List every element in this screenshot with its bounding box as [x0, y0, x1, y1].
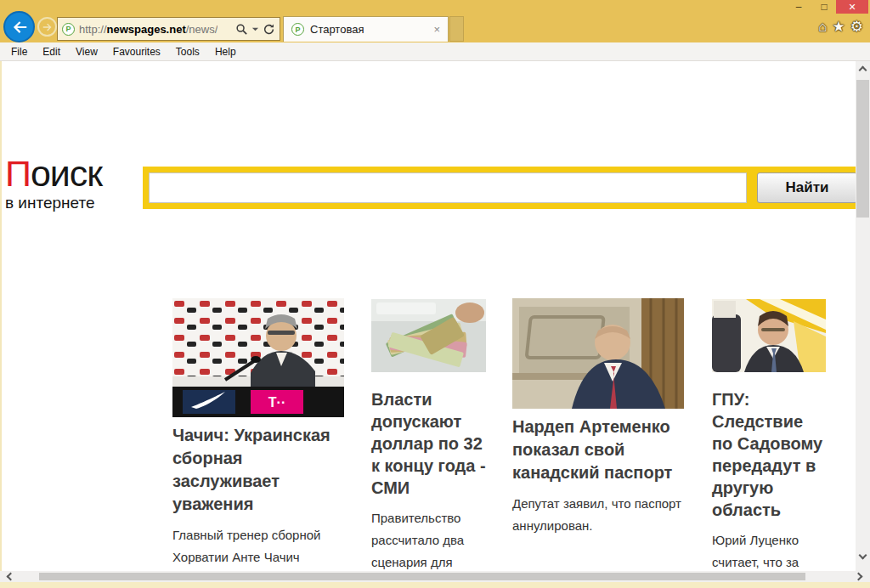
new-tab-button[interactable] — [449, 16, 464, 42]
maximize-button[interactable]: □ — [816, 0, 833, 14]
press-conference-photo[interactable]: T·· — [172, 298, 344, 417]
menu-bar: File Edit View Favourites Tools Help — [0, 42, 870, 61]
menu-favourites[interactable]: Favourites — [105, 46, 168, 58]
prosecutor-photo[interactable] — [712, 299, 826, 372]
browser-window: – □ ✕ P http://newspages.net/news/ P Ста… — [0, 0, 870, 588]
refresh-icon[interactable] — [263, 23, 275, 36]
article-summary: Юрий Луценко считает, что за гибель люде… — [712, 529, 826, 573]
arrow-left-icon — [10, 18, 29, 37]
arrow-right-icon — [42, 21, 54, 33]
forward-button-disabled[interactable] — [37, 17, 57, 37]
article-title[interactable]: ГПУ: Следствие по Садовому передадут в д… — [712, 388, 826, 521]
logo-subtitle: в интернете — [5, 195, 102, 211]
tab-favicon-icon: P — [291, 23, 304, 36]
window-bottom-border — [0, 582, 870, 588]
favorites-star-icon[interactable]: ★ — [833, 20, 845, 34]
article-title[interactable]: Власти допускают доллар по 32 к концу го… — [371, 388, 486, 499]
article-summary: Правительство рассчитало два сценария дл… — [371, 507, 486, 573]
scroll-up-icon[interactable] — [859, 66, 867, 75]
vertical-scrollbar[interactable] — [856, 61, 870, 571]
horizontal-scroll-thumb[interactable] — [39, 573, 805, 580]
tab-startpage[interactable]: P Стартовая × — [283, 16, 449, 42]
scroll-right-icon[interactable] — [855, 573, 863, 581]
vertical-scroll-thumb[interactable] — [856, 80, 869, 218]
site-favicon-icon: P — [62, 23, 75, 36]
menu-file[interactable]: File — [3, 46, 35, 58]
menu-help[interactable]: Help — [207, 46, 244, 58]
search-box: Найти — [143, 167, 863, 209]
menu-view[interactable]: View — [68, 46, 105, 58]
title-bar: – □ ✕ P http://newspages.net/news/ P Ста… — [0, 0, 870, 42]
url-text: http://newspages.net/news/ — [79, 23, 218, 36]
news-card: ГПУ: Следствие по Садовому передадут в д… — [712, 299, 826, 573]
horizontal-scrollbar[interactable] — [0, 571, 870, 582]
news-card: Власти допускают доллар по 32 к концу го… — [371, 299, 486, 573]
search-input[interactable] — [149, 172, 747, 203]
page-viewport: Поиск в интернете Найти — [2, 62, 870, 573]
site-logo: Поиск в интернете — [5, 155, 102, 211]
home-icon[interactable]: ⌂ — [818, 20, 827, 34]
close-window-button[interactable]: ✕ — [836, 0, 868, 14]
chevron-down-icon[interactable] — [251, 25, 259, 33]
banknotes-photo[interactable] — [371, 299, 486, 372]
address-bar[interactable]: P http://newspages.net/news/ — [57, 17, 280, 41]
tab-title: Стартовая — [310, 23, 364, 36]
tmobile-logo-text: T·· — [268, 395, 285, 410]
scroll-down-icon[interactable] — [859, 551, 867, 560]
article-summary: Главный тренер сборной Хорватии Анте Чач… — [172, 524, 344, 573]
menu-tools[interactable]: Tools — [168, 46, 207, 58]
parliament-photo[interactable] — [512, 298, 684, 409]
search-icon[interactable] — [235, 23, 248, 36]
logo-rest: оиск — [31, 153, 102, 194]
minimize-button[interactable]: – — [790, 0, 807, 14]
back-button[interactable] — [3, 11, 35, 42]
tab-close-icon[interactable]: × — [433, 24, 440, 35]
news-card: Нардеп Артеменко показал свой канадский … — [512, 298, 684, 537]
news-card: T·· Чачич: Украинская сборная заслуживае… — [172, 298, 344, 573]
logo-first-letter: П — [5, 153, 31, 194]
article-summary: Депутат заявил, что паспорт аннулирован. — [512, 493, 684, 537]
article-title[interactable]: Нардеп Артеменко показал свой канадский … — [512, 416, 684, 484]
scroll-left-icon[interactable] — [7, 573, 15, 581]
window-left-border — [0, 61, 2, 582]
settings-gear-icon[interactable]: ⚙ — [850, 20, 863, 34]
search-submit-button[interactable]: Найти — [757, 172, 857, 203]
article-title[interactable]: Чачич: Украинская сборная заслуживает ув… — [172, 424, 344, 516]
menu-edit[interactable]: Edit — [35, 46, 68, 58]
